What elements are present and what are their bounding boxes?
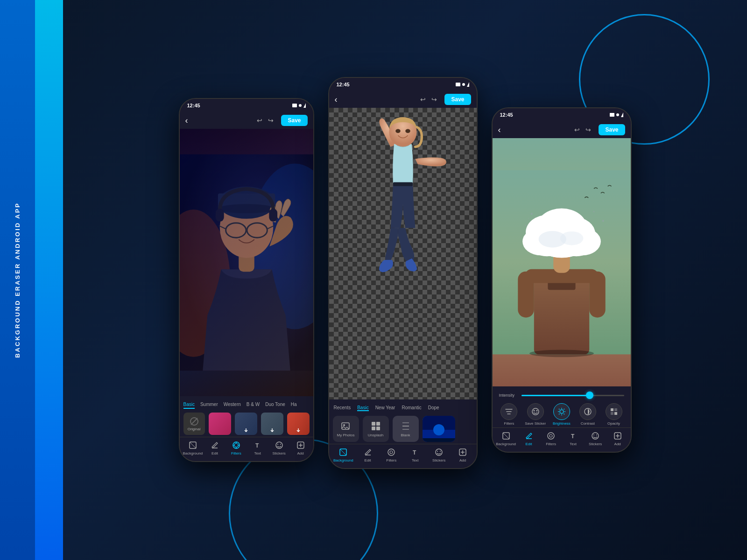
effect-brightness[interactable]: Brightness — [551, 403, 572, 426]
tool-text-right[interactable]: T Text — [564, 431, 583, 446]
tool-label-filters-center: Filters — [387, 458, 397, 462]
tool-add-right[interactable]: Add — [608, 431, 627, 446]
back-button-right[interactable]: ‹ — [498, 125, 501, 135]
phones-container: 12:45 ‹ ↩ ↪ Save — [63, 0, 747, 560]
effect-filters[interactable]: Filters — [499, 403, 519, 426]
status-icons-right — [610, 112, 623, 117]
filter-tab-basic[interactable]: Basic — [183, 401, 195, 409]
save-button-right[interactable]: Save — [599, 124, 625, 135]
sidebar-label-text: BACKGROUND ERASER ANDROID APP — [14, 202, 21, 358]
tool-filters-center[interactable]: Filters — [382, 447, 401, 462]
filter-thumb-summer[interactable] — [209, 413, 231, 435]
filter-tab-western[interactable]: Western — [224, 401, 241, 409]
svg-rect-41 — [376, 422, 380, 426]
svg-text:T: T — [255, 442, 259, 449]
tool-text-center[interactable]: T Text — [406, 447, 424, 462]
tool-add-left[interactable]: Add — [291, 440, 310, 455]
filter-tab-duotone[interactable]: Duo Tone — [265, 401, 285, 409]
save-button-center[interactable]: Save — [444, 94, 471, 105]
top-bar-center: ‹ ↩ ↪ Save — [329, 91, 477, 108]
back-button-center[interactable]: ‹ — [335, 95, 338, 105]
svg-rect-101 — [614, 408, 617, 411]
filter-thumb-western1[interactable] — [235, 413, 257, 435]
add-icon-center — [458, 447, 468, 457]
svg-point-39 — [343, 424, 345, 426]
tool-label-bg-center: Background — [333, 458, 353, 462]
redo-button-right[interactable]: ↪ — [585, 126, 591, 133]
filters-icon-left — [231, 440, 241, 450]
person3-image — [493, 138, 631, 386]
tool-edit-center[interactable]: Edit — [359, 447, 377, 462]
bg-tabs-row: Recents Basic New Year Romantic Dope — [329, 402, 477, 414]
bg-tab-romantic[interactable]: Romantic — [402, 405, 421, 411]
filter-thumb-western2[interactable] — [261, 413, 283, 435]
tool-stickers-right[interactable]: Stickers — [586, 431, 605, 446]
tool-background-center[interactable]: Background — [333, 447, 353, 462]
filter-tab-summer[interactable]: Summer — [200, 401, 218, 409]
tool-add-center[interactable]: Add — [453, 447, 472, 462]
tool-background-left[interactable]: Background — [183, 440, 203, 455]
bg-tab-recents[interactable]: Recents — [334, 405, 351, 411]
tool-edit-left[interactable]: Edit — [205, 440, 224, 455]
phone-left: 12:45 ‹ ↩ ↪ Save — [179, 98, 314, 462]
undo-button-left[interactable]: ↩ — [257, 117, 262, 124]
svg-point-36 — [405, 129, 410, 133]
svg-line-17 — [191, 418, 197, 425]
photo-library-icon — [340, 420, 352, 432]
bg-option-blank[interactable]: Blank — [393, 416, 419, 442]
bg-option-unsplash[interactable]: Unsplash — [363, 416, 389, 442]
undo-button-right[interactable]: ↩ — [574, 126, 580, 133]
unsplash-icon — [370, 420, 381, 432]
tool-filters-left[interactable]: Filters — [227, 440, 246, 455]
filter-tab-bw[interactable]: B & W — [247, 401, 260, 409]
svg-line-105 — [503, 433, 509, 439]
bg-tab-newyear[interactable]: New Year — [375, 405, 395, 411]
person1-svg — [180, 129, 313, 396]
filter-thumb-original[interactable]: Original — [183, 413, 205, 435]
back-button-left[interactable]: ‹ — [185, 116, 188, 126]
stickers-icon-center — [434, 447, 444, 457]
svg-line-96 — [564, 414, 564, 415]
filter-tab-ha[interactable]: Ha — [291, 401, 297, 409]
effect-save-sticker[interactable]: Save Sticker — [525, 403, 546, 426]
tool-filters-right[interactable]: Filters — [542, 431, 560, 446]
contrast-icon — [579, 403, 596, 420]
wifi-icon-right — [616, 113, 619, 116]
tool-label-filters-left: Filters — [231, 451, 241, 455]
svg-rect-42 — [372, 427, 375, 430]
filter-thumb-landscape[interactable] — [287, 413, 310, 435]
intensity-track[interactable] — [521, 395, 624, 396]
bg-option-sunset[interactable] — [423, 416, 455, 442]
status-time-right: 12:45 — [500, 112, 513, 118]
save-button-left[interactable]: Save — [281, 115, 307, 126]
signal-icon-right — [610, 113, 614, 117]
intensity-thumb[interactable] — [586, 392, 593, 399]
top-bar-right: ‹ ↩ ↪ Save — [493, 121, 631, 138]
effect-contrast[interactable]: Contrast — [578, 403, 598, 426]
svg-point-89 — [536, 410, 537, 412]
signal-icon-left — [292, 104, 297, 107]
wifi-icon-left — [299, 104, 302, 107]
add-icon-right — [613, 431, 623, 441]
svg-rect-40 — [372, 422, 375, 426]
add-icon-left — [296, 440, 306, 450]
tool-label-text-right: Text — [570, 442, 577, 446]
tool-text-left[interactable]: T Text — [248, 440, 267, 455]
tool-stickers-left[interactable]: Stickers — [270, 440, 289, 455]
redo-button-left[interactable]: ↪ — [268, 117, 274, 124]
bg-tab-dope[interactable]: Dope — [428, 405, 439, 411]
bg-option-myphotos[interactable]: My Photos — [333, 416, 359, 442]
text-svg-right: T — [569, 432, 578, 440]
tool-stickers-center[interactable]: Stickers — [430, 447, 448, 462]
undo-button-center[interactable]: ↩ — [420, 96, 426, 103]
svg-rect-43 — [376, 427, 380, 430]
effect-opacity[interactable]: Opacity — [604, 403, 624, 426]
svg-line-97 — [564, 409, 564, 410]
add-svg-center — [458, 448, 467, 456]
bg-tab-basic[interactable]: Basic — [357, 405, 368, 411]
tool-background-right[interactable]: Background — [496, 431, 516, 446]
redo-button-center[interactable]: ↪ — [431, 96, 437, 103]
effect-opacity-label: Opacity — [607, 421, 620, 426]
svg-line-95 — [559, 409, 560, 410]
tool-edit-right[interactable]: Edit — [520, 431, 538, 446]
